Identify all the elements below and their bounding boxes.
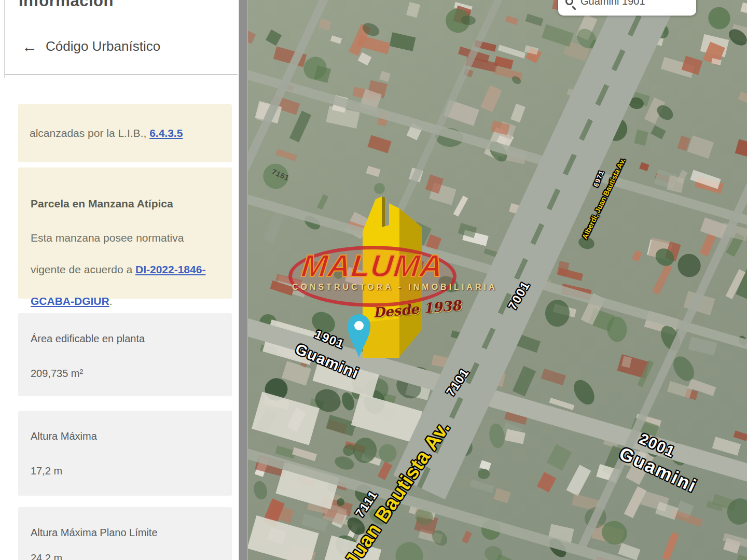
stat-label: Altura Máxima bbox=[31, 430, 219, 442]
street-label: 7101 bbox=[444, 366, 472, 399]
map-canvas[interactable]: 7151697170011901Guamini710171112001Guami… bbox=[248, 0, 747, 560]
lib-link[interactable]: 6.4.3.5 bbox=[149, 127, 183, 139]
manzana-text: Esta manzana posee normativa vigente de … bbox=[31, 222, 219, 317]
brand-name: MALUMA bbox=[290, 250, 454, 282]
maluma-watermark-logo: MALUMA CONSTRUCTORA - INMOBILIARIA Desde… bbox=[288, 246, 457, 307]
manzana-note-card: Parcela en Manzana Atípica Esta manzana … bbox=[18, 167, 232, 299]
stat-card-altura: Altura Máxima 17,2 m bbox=[18, 411, 232, 496]
info-panel: Información ← Código Urbanístico alcanza… bbox=[0, 0, 239, 560]
stat-card-area: Área edificable en planta 209,735 m² bbox=[18, 313, 232, 396]
panel-divider bbox=[4, 74, 238, 75]
search-input[interactable]: Guamini 1901 bbox=[580, 0, 645, 7]
street-label: Juan Bautista Av. bbox=[340, 417, 454, 560]
scrollbar-thumb[interactable] bbox=[239, 0, 247, 560]
street-label: 6971 bbox=[592, 169, 605, 188]
street-label: 7001 bbox=[505, 279, 533, 313]
back-link-label: Código Urbanístico bbox=[46, 38, 160, 54]
manzana-text-after: . bbox=[109, 295, 113, 307]
back-link[interactable]: ← Código Urbanístico bbox=[22, 38, 239, 54]
manzana-heading: Parcela en Manzana Atípica bbox=[31, 198, 219, 210]
lib-note-text-before: alcanzadas por la L.I.B., bbox=[30, 127, 149, 139]
stat-card-plano-limite: Altura Máxima Plano Límite 24,2 m bbox=[18, 507, 232, 560]
map-search-bar[interactable]: Guamini 1901 bbox=[558, 0, 696, 16]
lib-note-card: alcanzadas por la L.I.B., 6.4.3.5 bbox=[18, 104, 232, 162]
panel-title: Información bbox=[19, 0, 239, 10]
app-window: Información ← Código Urbanístico alcanza… bbox=[0, 0, 747, 560]
brand-tagline: CONSTRUCTORA - INMOBILIARIA bbox=[292, 283, 453, 292]
panel-left-border bbox=[4, 0, 5, 78]
street-label: 7151 bbox=[271, 167, 291, 183]
stat-value: 209,735 m² bbox=[31, 368, 219, 380]
search-icon bbox=[565, 0, 573, 5]
street-label: Guamini bbox=[293, 340, 362, 382]
back-arrow-icon: ← bbox=[22, 39, 37, 54]
stat-label: Área edificable en planta bbox=[31, 333, 219, 345]
cards-container: alcanzadas por la L.I.B., 6.4.3.5 Parcel… bbox=[18, 104, 232, 560]
panel-scrollbar[interactable] bbox=[239, 0, 248, 560]
stat-label: Altura Máxima Plano Límite bbox=[31, 527, 219, 539]
stat-value: 17,2 m bbox=[31, 465, 219, 477]
stat-value: 24,2 m bbox=[31, 552, 219, 560]
lib-note-text: alcanzadas por la L.I.B., 6.4.3.5 bbox=[30, 118, 220, 149]
street-label: Alberdi, Juan Bautista Av. bbox=[580, 157, 627, 240]
